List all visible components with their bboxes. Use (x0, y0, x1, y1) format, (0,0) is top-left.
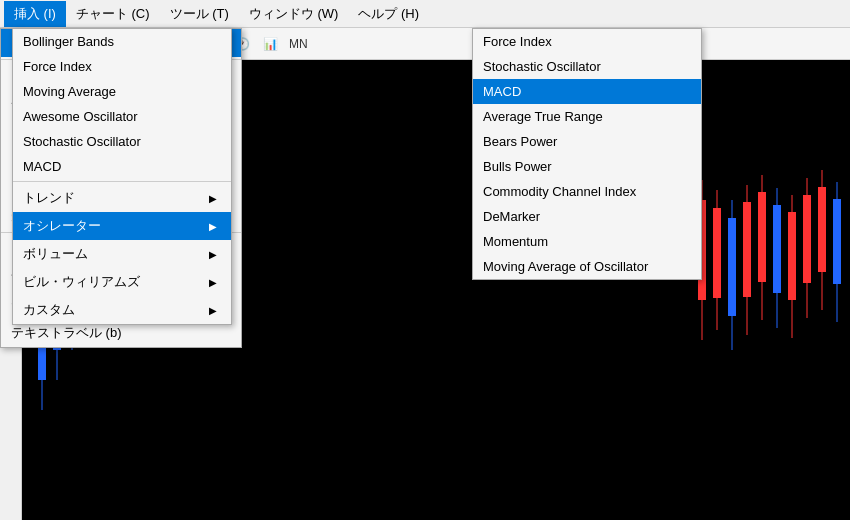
menu-item-oscillator[interactable]: オシレーター ▶ (13, 212, 231, 240)
menubar: 挿入 (I) チャート (C) ツール (T) ウィンドウ (W) ヘルプ (H… (0, 0, 850, 28)
menu-item-moving-average[interactable]: Moving Average (13, 79, 231, 104)
svg-rect-38 (758, 192, 766, 282)
svg-rect-40 (773, 205, 781, 293)
menu-item-osc-atr[interactable]: Average True Range (473, 104, 701, 129)
menu-item-custom[interactable]: カスタム ▶ (13, 296, 231, 324)
menu-chart[interactable]: チャート (C) (66, 1, 160, 27)
svg-rect-44 (803, 195, 811, 283)
menu-item-osc-demarker[interactable]: DeMarker (473, 204, 701, 229)
menu-window[interactable]: ウィンドウ (W) (239, 1, 349, 27)
svg-rect-34 (728, 218, 736, 316)
submenu-arrow: ▶ (209, 305, 217, 316)
toolbar-chart-type[interactable]: 📊 (257, 32, 283, 56)
menu-tools[interactable]: ツール (T) (160, 1, 239, 27)
toolbar-timeframe: MN (289, 37, 308, 51)
menu-item-bollinger[interactable]: Bollinger Bands (13, 29, 231, 54)
sep3 (13, 181, 231, 182)
menu-item-stochastic[interactable]: Stochastic Oscillator (13, 129, 231, 154)
menu-item-force-index[interactable]: Force Index (13, 54, 231, 79)
menu-item-osc-force[interactable]: Force Index (473, 29, 701, 54)
menu-help[interactable]: ヘルプ (H) (348, 1, 429, 27)
menu-item-bill-williams[interactable]: ビル・ウィリアムズ ▶ (13, 268, 231, 296)
menu-level4: Force Index Stochastic Oscillator MACD A… (472, 28, 702, 280)
svg-rect-48 (833, 199, 841, 284)
svg-rect-46 (818, 187, 826, 272)
menu-item-osc-cci[interactable]: Commodity Channel Index (473, 179, 701, 204)
menu-item-volume[interactable]: ボリューム ▶ (13, 240, 231, 268)
svg-rect-42 (788, 212, 796, 300)
menu-level2: Bollinger Bands Force Index Moving Avera… (12, 28, 232, 325)
menu-item-macd-top[interactable]: MACD (13, 154, 231, 179)
menu-item-osc-momentum[interactable]: Momentum (473, 229, 701, 254)
menu-item-trend[interactable]: トレンド ▶ (13, 184, 231, 212)
menu-insert[interactable]: 挿入 (I) (4, 1, 66, 27)
menu-item-osc-stochastic[interactable]: Stochastic Oscillator (473, 54, 701, 79)
submenu-arrow: ▶ (209, 249, 217, 260)
svg-rect-36 (743, 202, 751, 297)
submenu-arrow: ▶ (209, 277, 217, 288)
menu-item-osc-mao[interactable]: Moving Average of Oscillator (473, 254, 701, 279)
menu-item-osc-macd[interactable]: MACD (473, 79, 701, 104)
menu-item-osc-bears[interactable]: Bears Power (473, 129, 701, 154)
submenu-arrow: ▶ (209, 193, 217, 204)
menu-item-awesome[interactable]: Awesome Oscillator (13, 104, 231, 129)
submenu-arrow: ▶ (209, 221, 217, 232)
menu-item-osc-bulls[interactable]: Bulls Power (473, 154, 701, 179)
svg-rect-32 (713, 208, 721, 298)
